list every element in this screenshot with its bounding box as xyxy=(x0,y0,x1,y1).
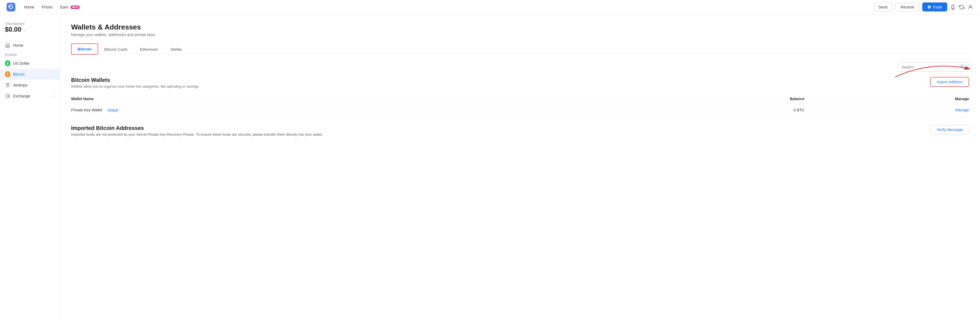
wallet-tabs: Bitcoin Bitcoin Cash Ethereum Stellar xyxy=(71,43,969,55)
send-button[interactable]: Send xyxy=(873,3,893,11)
logo[interactable] xyxy=(6,3,15,11)
imported-title: Imported Bitcoin Addresses xyxy=(71,125,323,131)
sidebar-item-bitcoin[interactable]: ₿ Bitcoin xyxy=(0,69,60,80)
import-address-button[interactable]: Import Address xyxy=(930,77,969,87)
sidebar-nav: Home Portfolio $ US Dollar ₿ Bitcoin Air… xyxy=(0,40,60,101)
tab-stellar[interactable]: Stellar xyxy=(164,44,188,55)
tab-ethereum[interactable]: Ethereum xyxy=(134,44,164,55)
col-manage: Manage xyxy=(805,94,969,104)
page-title: Wallets & Addresses xyxy=(71,23,969,32)
svg-rect-0 xyxy=(6,3,15,11)
sidebar-portfolio-label: Portfolio xyxy=(0,51,60,58)
bitcoin-icon: ₿ xyxy=(5,71,10,77)
sidebar-usdollar-label: US Dollar xyxy=(13,61,30,65)
svg-point-4 xyxy=(970,5,972,7)
section-title: Bitcoin Wallets xyxy=(71,77,200,83)
manage-cell: Manage xyxy=(805,104,969,116)
search-input[interactable] xyxy=(902,65,958,70)
default-badge: Default xyxy=(106,108,120,112)
balance-section: Total Balance $0.00 ⌄ xyxy=(0,19,60,38)
sidebar-exchange-label: Exchange xyxy=(13,94,30,98)
import-area: Import Address xyxy=(930,77,969,87)
search-icon[interactable]: 🔍 xyxy=(960,65,966,70)
wallet-table: Wallet Name Balance Manage Private Key W… xyxy=(71,94,969,116)
imported-title-block: Imported Bitcoin Addresses Imported fund… xyxy=(71,125,323,136)
sidebar-bitcoin-label: Bitcoin xyxy=(13,72,25,76)
main-content: Wallets & Addresses Manage your wallets,… xyxy=(60,14,980,321)
balance-cell: 0 BTC xyxy=(635,104,805,116)
balance-label: Total Balance xyxy=(5,22,55,26)
sidebar: Total Balance $0.00 ⌄ Home Portfolio $ U… xyxy=(0,14,60,321)
svg-point-1 xyxy=(11,5,13,7)
nav-prices[interactable]: Prices xyxy=(38,3,56,11)
manage-link[interactable]: Manage xyxy=(955,108,969,112)
bitcoin-wallets-section: Bitcoin Wallets Wallets allow you to org… xyxy=(71,77,969,116)
usdollar-icon: $ xyxy=(5,61,10,66)
wallet-name-cell: Private Key Wallet Default xyxy=(71,104,635,116)
plus-icon: ⊕ xyxy=(927,4,931,9)
page-subtitle: Manage your wallets, addresses and priva… xyxy=(71,33,969,37)
search-box: 🔍 xyxy=(898,63,969,71)
svg-point-3 xyxy=(953,8,953,9)
col-balance: Balance xyxy=(635,94,805,104)
home-icon xyxy=(5,43,10,48)
imported-row: Imported Bitcoin Addresses Imported fund… xyxy=(71,125,969,136)
nav-right: Send Receive ⊕ Trade xyxy=(873,2,974,11)
nav-earn[interactable]: Earn NEW xyxy=(57,3,83,11)
external-link-icon: ↗ xyxy=(52,95,55,98)
sidebar-item-exchange[interactable]: Exchange ↗ xyxy=(0,91,60,101)
section-header: Bitcoin Wallets Wallets allow you to org… xyxy=(71,77,969,89)
exchange-icon xyxy=(5,93,10,99)
section-title-block: Bitcoin Wallets Wallets allow you to org… xyxy=(71,77,200,89)
balance-chevron-icon[interactable]: ⌄ xyxy=(24,28,26,32)
receive-button[interactable]: Receive xyxy=(895,3,920,11)
imported-desc: Imported funds are not protected by your… xyxy=(71,132,323,136)
earn-new-badge: NEW xyxy=(70,5,80,9)
search-row: 🔍 xyxy=(71,63,969,71)
sidebar-item-home[interactable]: Home xyxy=(0,40,60,51)
mobile-icon[interactable] xyxy=(950,4,956,10)
sidebar-item-airdrops[interactable]: Airdrops xyxy=(0,80,60,91)
top-navigation: Home Prices Earn NEW Send Receive ⊕ Trad… xyxy=(0,0,980,14)
sidebar-home-label: Home xyxy=(13,43,23,47)
nav-home[interactable]: Home xyxy=(21,3,37,11)
verify-message-button[interactable]: Verify Message xyxy=(930,125,969,134)
col-wallet-name: Wallet Name xyxy=(71,94,635,104)
section-desc: Wallets allow you to organize your funds… xyxy=(71,84,200,89)
balance-amount: $0.00 xyxy=(5,26,21,33)
airdrops-icon xyxy=(5,82,10,88)
trade-button[interactable]: ⊕ Trade xyxy=(922,2,947,11)
table-row: Private Key Wallet Default 0 BTC Manage xyxy=(71,104,969,116)
user-icon[interactable] xyxy=(967,4,974,10)
refresh-icon[interactable] xyxy=(959,4,965,10)
sidebar-airdrops-label: Airdrops xyxy=(13,83,27,87)
imported-section: Imported Bitcoin Addresses Imported fund… xyxy=(71,125,969,136)
tab-bitcoin-cash[interactable]: Bitcoin Cash xyxy=(98,44,134,55)
tab-bitcoin[interactable]: Bitcoin xyxy=(71,43,98,55)
nav-links: Home Prices Earn NEW xyxy=(21,3,83,11)
wallet-name-text: Private Key Wallet xyxy=(71,108,102,112)
sidebar-item-usdollar[interactable]: $ US Dollar xyxy=(0,58,60,69)
svg-point-5 xyxy=(7,84,8,85)
